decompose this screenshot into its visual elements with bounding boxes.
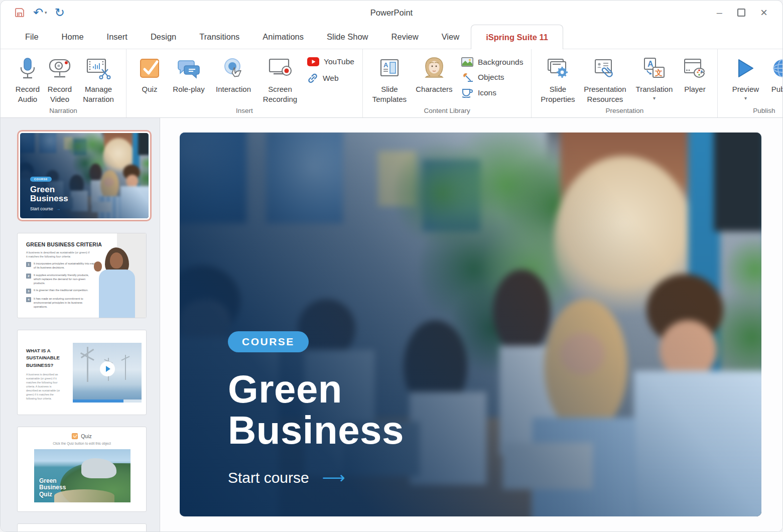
redo-icon: ↻	[55, 6, 65, 19]
player-button[interactable]: Player	[677, 53, 712, 94]
thumb4-quiz-header: Quiz	[18, 433, 146, 439]
slide-thumbnail-panel: COURSE Green Business Start course→ GREE…	[1, 118, 160, 532]
slide-title: Green Business	[30, 185, 68, 203]
tab-view[interactable]: View	[430, 25, 471, 49]
tab-insert[interactable]: Insert	[95, 25, 139, 49]
record-audio-button[interactable]: Record Audio	[12, 53, 44, 104]
svg-text:A: A	[647, 60, 654, 68]
slide-title[interactable]: Green Business	[228, 368, 404, 451]
translation-dropdown-caret[interactable]: ▾	[653, 95, 656, 101]
tab-file[interactable]: File	[14, 25, 50, 49]
webcam-icon	[48, 55, 72, 81]
slide-thumbnail-5-partial[interactable]	[17, 523, 147, 532]
video-progress-bar	[73, 400, 123, 403]
translation-icon: A文	[642, 55, 666, 81]
slide-properties-icon	[546, 55, 570, 81]
tab-review[interactable]: Review	[380, 25, 430, 49]
course-badge[interactable]: COURSE	[228, 331, 309, 352]
quiz-cover-title: Green Business Quiz	[39, 478, 66, 498]
list-item: 3It is greener than the traditional comp…	[26, 289, 96, 294]
undo-button[interactable]: ↶ ▾	[33, 7, 47, 19]
character-photo	[96, 247, 137, 318]
role-play-button[interactable]: Role-play	[168, 53, 210, 94]
workspace: COURSE Green Business Start course→ GREE…	[1, 118, 782, 532]
svg-text:文: 文	[655, 68, 663, 77]
slide-thumbnail-1-selected[interactable]: COURSE Green Business Start course→	[17, 130, 152, 221]
group-label-content-library: Content Library	[368, 106, 526, 116]
presentation-resources-button[interactable]: Presentation Resources	[579, 53, 631, 104]
character-face-icon	[422, 55, 446, 81]
tab-ispring-suite[interactable]: iSpring Suite 11	[471, 25, 563, 49]
interaction-button[interactable]: Interaction	[210, 53, 257, 94]
maximize-button[interactable]	[737, 9, 745, 17]
record-video-button[interactable]: Record Video	[44, 53, 76, 104]
slide-properties-button[interactable]: Slide Properties	[537, 53, 579, 104]
publish-button[interactable]: Publish	[765, 53, 783, 94]
thumb3-title: WHAT IS A SUSTAINABLE BUSINESS?	[26, 347, 68, 369]
ribbon-group-insert: Quiz Role-play Interaction	[126, 49, 363, 117]
svg-text:A: A	[383, 61, 388, 69]
thumb2-intro: A business is described as sustainable (…	[26, 250, 90, 258]
preview-dropdown-caret[interactable]: ▾	[744, 95, 747, 101]
screen-recording-button[interactable]: Screen Recording	[257, 53, 303, 104]
translation-button[interactable]: A文 Translation ▾	[631, 53, 677, 101]
close-button[interactable]: ×	[760, 7, 767, 19]
start-course-link[interactable]: Start course⟶	[228, 468, 404, 487]
manage-narration-button[interactable]: Manage Narration	[76, 53, 121, 104]
current-slide[interactable]: COURSE Green Business Start course⟶	[180, 132, 761, 516]
quiz-checkbox-icon	[72, 433, 78, 439]
redo-button[interactable]: ↻	[55, 7, 65, 19]
list-item: 1It incorporates principles of sustainab…	[26, 262, 96, 270]
quiz-button[interactable]: Quiz	[132, 53, 168, 94]
ribbon: Record Audio Record Video Manage Narrati…	[1, 49, 782, 118]
link-icon	[307, 73, 318, 84]
tab-transitions[interactable]: Transitions	[188, 25, 251, 49]
microphone-icon	[16, 55, 39, 81]
slide-copy: COURSE Green Business Start course⟶	[228, 331, 404, 487]
group-label-narration: Narration	[6, 106, 121, 116]
youtube-button[interactable]: YouTube	[307, 57, 354, 66]
slide-thumbnail-2[interactable]: GREEN BUSINESS CRITERIA A business is de…	[17, 233, 147, 318]
tab-slide-show[interactable]: Slide Show	[315, 25, 380, 49]
play-icon	[106, 366, 110, 372]
play-button[interactable]	[100, 361, 115, 376]
tab-design[interactable]: Design	[139, 25, 188, 49]
tab-animations[interactable]: Animations	[251, 25, 315, 49]
preview-button[interactable]: Preview ▾	[726, 53, 765, 101]
icons-button[interactable]: Icons	[461, 88, 523, 98]
window-controls: – ×	[717, 7, 782, 19]
backgrounds-button[interactable]: Backgrounds	[461, 57, 523, 67]
quiz-cover-image: Green Business Quiz	[34, 449, 130, 502]
ribbon-group-publish: Preview ▾ Publish Publish	[718, 49, 783, 117]
list-item: 4It has made an enduring commitment to e…	[26, 297, 96, 309]
minimize-button[interactable]: –	[717, 8, 722, 18]
course-badge: COURSE	[30, 177, 52, 182]
slide-thumbnail-3[interactable]: WHAT IS A SUSTAINABLE BUSINESS? A busine…	[17, 330, 147, 415]
web-button[interactable]: Web	[307, 73, 354, 84]
group-label-publish: Publish	[726, 106, 783, 116]
ribbon-group-content-library: A Slide Templates Characters Backg	[363, 49, 532, 117]
characters-button[interactable]: Characters	[411, 53, 457, 94]
save-icon[interactable]	[14, 7, 26, 19]
video-player	[73, 343, 142, 403]
thumb3-body: A business is described as sustainable (…	[26, 372, 63, 401]
arrow-right-icon: ⟶	[322, 468, 345, 487]
youtube-icon	[307, 57, 319, 66]
arrow-right-icon: →	[56, 206, 61, 211]
ribbon-tabs: File Home Insert Design Transitions Anim…	[1, 25, 782, 49]
objects-button[interactable]: Objects	[461, 72, 523, 83]
resources-paperclip-icon	[592, 55, 617, 81]
interaction-tap-icon	[221, 55, 245, 81]
player-palette-icon	[682, 55, 707, 81]
cup-icon	[461, 88, 473, 98]
slide-templates-button[interactable]: A Slide Templates	[368, 53, 411, 104]
quiz-checkbox-icon	[138, 55, 161, 81]
tab-home[interactable]: Home	[50, 25, 95, 49]
undo-dropdown-caret[interactable]: ▾	[45, 10, 47, 15]
quick-access-toolbar: ↶ ▾ ↻	[1, 7, 65, 19]
group-label-insert: Insert	[132, 106, 357, 116]
slide-thumbnail-4[interactable]: Quiz Click the Quiz button to edit this …	[17, 427, 147, 512]
ribbon-group-narration: Record Audio Record Video Manage Narrati…	[1, 49, 126, 117]
lamp-icon	[461, 72, 473, 83]
screen-recording-icon	[268, 55, 293, 81]
